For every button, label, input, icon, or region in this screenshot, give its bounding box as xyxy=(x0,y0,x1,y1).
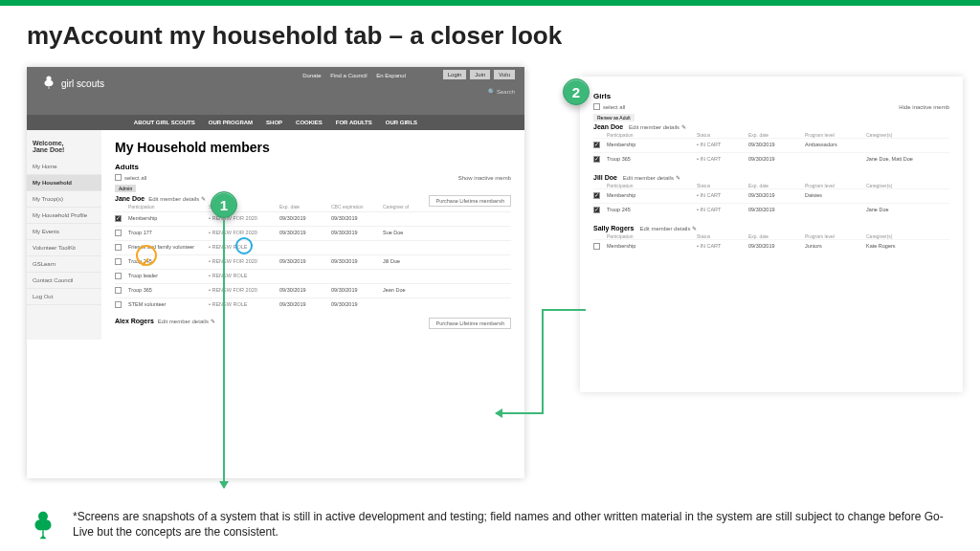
donate-link[interactable]: Donate xyxy=(302,73,321,78)
role-exp-date: 09/30/2019 xyxy=(748,156,801,162)
role-cbc-date: 09/30/2019 xyxy=(331,230,379,235)
girl-role-row: Membership• IN CART09/30/2019JuniorsKate… xyxy=(593,239,949,253)
show-inactive-link[interactable]: Show inactive memb xyxy=(458,175,511,181)
join-button[interactable]: Join xyxy=(470,70,490,79)
hide-inactive-link[interactable]: Hide inactive memb xyxy=(899,104,949,110)
role-checkbox[interactable] xyxy=(115,273,122,279)
role-row: Troop 365• RENEW FOR 202009/30/201909/30… xyxy=(115,283,511,298)
girls-select-all-label: select all xyxy=(603,104,625,110)
sidebar-item[interactable]: Volunteer ToolKit xyxy=(27,240,101,256)
program-level: Daisies xyxy=(805,192,862,198)
role-checkbox[interactable] xyxy=(115,215,122,222)
role-name: Membership xyxy=(607,192,693,198)
mainnav-item[interactable]: FOR ADULTS xyxy=(336,120,372,125)
login-button[interactable]: Login xyxy=(443,70,467,79)
sidebar-item[interactable]: My Home xyxy=(27,159,101,175)
role-row: Troop leader• RENEW ROLE xyxy=(115,269,511,283)
role-name: Membership xyxy=(607,142,693,147)
role-checkbox[interactable] xyxy=(593,156,600,163)
girl-member: Renew as AdultJean Doe Edit member detai… xyxy=(593,114,949,166)
purchase-lifetime-button[interactable]: Purchase Lifetime membersh xyxy=(429,318,511,329)
sidebar-item[interactable]: My Troop(s) xyxy=(27,191,101,208)
role-status: • RENEW FOR 2020 xyxy=(209,230,276,235)
role-checkbox[interactable] xyxy=(115,287,122,294)
role-checkbox[interactable] xyxy=(593,192,600,199)
select-all-label: select all xyxy=(124,175,146,181)
role-caregiver: Sue Doe xyxy=(383,230,511,235)
role-status: • IN CART xyxy=(697,192,745,198)
green-connector-top xyxy=(542,309,586,311)
sidebar-item[interactable]: GSLearn xyxy=(27,256,101,273)
column-headers: ParticipationStatusExp. dateProgram leve… xyxy=(593,233,949,239)
role-checkbox[interactable] xyxy=(115,244,122,251)
sidebar-item[interactable]: Contact Council xyxy=(27,273,101,289)
girl-role-row: Membership• IN CART09/30/2019Daisies xyxy=(593,188,949,203)
girl-role-row: Troop 245• IN CART09/30/2019Jane Doe xyxy=(593,203,949,217)
role-status: • RENEW FOR 2020 xyxy=(209,258,276,264)
girl-member-header: Jean Doe Edit member details ✎ xyxy=(593,123,949,130)
role-status: • IN CART xyxy=(697,243,745,249)
girl-member: Sally Rogers Edit member details ✎Partic… xyxy=(593,225,949,253)
renew-adult-tag: Renew as Adult xyxy=(593,114,635,121)
role-name: Membership xyxy=(128,215,205,221)
role-row: Troop 245• RENEW FOR 202009/30/201909/30… xyxy=(115,254,511,269)
edit-member-link[interactable]: Edit member details ✎ xyxy=(629,124,686,130)
role-row: STEM volunteer• RENEW ROLE09/30/201909/3… xyxy=(115,298,511,312)
mainnav-item[interactable]: OUR GIRLS xyxy=(386,120,417,125)
espanol-link[interactable]: En Espanol xyxy=(376,73,406,78)
gs-brand-text: girl scouts xyxy=(61,78,104,89)
role-checkbox[interactable] xyxy=(115,258,122,265)
role-exp-date: 09/30/2019 xyxy=(279,230,327,235)
role-exp-date: 09/30/2019 xyxy=(748,142,801,147)
mainnav-item[interactable]: COOKIES xyxy=(296,120,323,125)
role-cbc-date: 09/30/2019 xyxy=(331,258,379,264)
role-status: • IN CART xyxy=(697,142,745,147)
role-checkbox[interactable] xyxy=(115,301,122,308)
role-status: • IN CART xyxy=(697,156,745,162)
footnote-text: *Screens are snapshots of a system that … xyxy=(73,509,953,540)
edit-member-link[interactable]: Edit member details ✎ xyxy=(158,319,215,324)
role-cbc-date: 09/30/2019 xyxy=(331,215,379,221)
role-exp-date: 09/30/2019 xyxy=(279,215,327,221)
mainnav-item[interactable]: SHOP xyxy=(266,120,282,125)
admin-tag: Admin xyxy=(115,185,136,192)
girl-role-row: Troop 365• IN CART09/30/2019Jane Doe, Ma… xyxy=(593,152,949,166)
sidebar-item[interactable]: My Household Profile xyxy=(27,208,101,224)
role-status: • RENEW FOR 2020 xyxy=(209,287,276,293)
mainnav-item[interactable]: ABOUT GIRL SCOUTS xyxy=(134,120,195,125)
footer: *Screens are snapshots of a system that … xyxy=(27,509,953,541)
edit-member-link[interactable]: Edit member details ✎ xyxy=(148,196,206,202)
gs-top-links: Donate Find a Council En Espanol xyxy=(299,73,410,78)
role-caregiver: Jill Doe xyxy=(383,258,511,264)
edit-member-link[interactable]: Edit member details ✎ xyxy=(623,175,680,181)
find-council-link[interactable]: Find a Council xyxy=(330,73,367,78)
mainnav-item[interactable]: OUR PROGRAM xyxy=(209,120,253,125)
role-caregiver: Jane Doe, Matt Doe xyxy=(866,156,949,162)
gs-main-nav: ABOUT GIRL SCOUTSOUR PROGRAMSHOPCOOKIESF… xyxy=(27,115,524,130)
sidebar-item[interactable]: Log Out xyxy=(27,289,101,305)
gs-logo[interactable]: girl scouts xyxy=(40,75,104,92)
screenshot-right: Girls select all Hide inactive memb Rene… xyxy=(580,77,963,392)
page-title: My Household members xyxy=(115,140,511,155)
role-caregiver: Jean Doe xyxy=(383,287,511,293)
role-status: • RENEW ROLE xyxy=(209,301,276,307)
role-checkbox[interactable] xyxy=(593,207,600,213)
role-checkbox[interactable] xyxy=(115,230,122,236)
volunteer-button[interactable]: Volu xyxy=(494,70,515,79)
member-name: Sally Rogers xyxy=(593,225,634,231)
search-box[interactable]: 🔍 Search xyxy=(488,88,515,95)
program-level: Juniors xyxy=(805,243,862,249)
girls-select-all-checkbox[interactable] xyxy=(593,103,600,110)
sidebar-item[interactable]: My Household xyxy=(27,175,101,191)
girl-member-header: Sally Rogers Edit member details ✎ xyxy=(593,225,949,231)
role-checkbox[interactable] xyxy=(593,243,600,250)
purchase-lifetime-button[interactable]: Purchase Lifetime membersh xyxy=(429,195,511,207)
role-name: Troop 177 xyxy=(128,230,205,235)
select-all-checkbox[interactable] xyxy=(115,174,122,181)
role-exp-date: 09/30/2019 xyxy=(748,192,801,198)
role-row: Troop 177• RENEW FOR 202009/30/201909/30… xyxy=(115,226,511,240)
role-checkbox[interactable] xyxy=(593,142,600,148)
edit-member-link[interactable]: Edit member details ✎ xyxy=(639,226,697,231)
sidebar-item[interactable]: My Events xyxy=(27,224,101,240)
column-headers: ParticipationStatusExp. dateCBC expirati… xyxy=(115,202,429,211)
